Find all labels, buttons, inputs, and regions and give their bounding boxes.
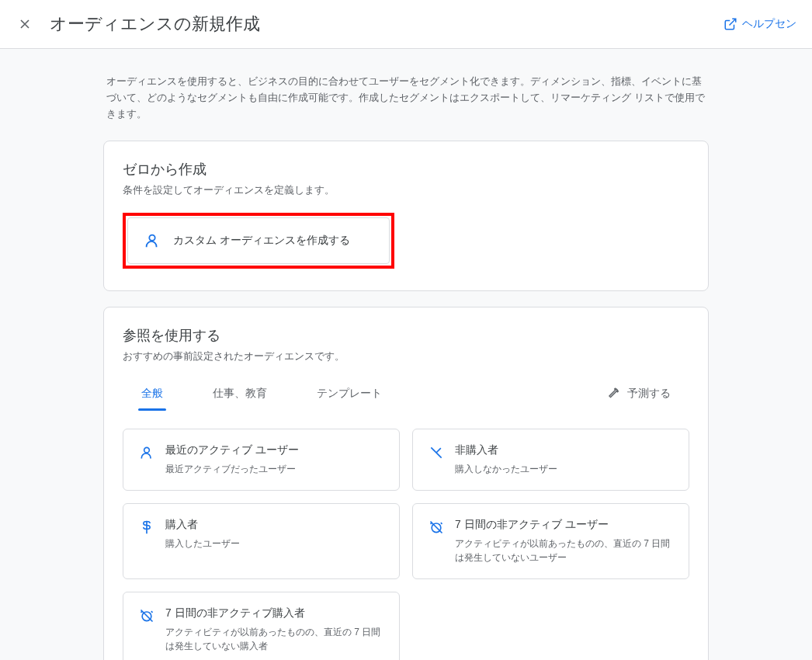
open-in-new-icon [724, 17, 737, 31]
tab-work-education[interactable]: 仕事、教育 [200, 379, 279, 410]
svg-point-0 [149, 235, 154, 241]
tab-template-label: テンプレート [317, 387, 382, 401]
close-button[interactable] [16, 15, 34, 33]
template-desc: 購入したユーザー [165, 537, 383, 551]
template-non-purchasers[interactable]: 非購入者 購入しなかったユーザー [412, 429, 689, 491]
tab-general-label: 全般 [141, 387, 163, 401]
header: オーディエンスの新規作成 ヘルプセン [0, 0, 812, 49]
template-desc: 最近アクティブだったユーザー [165, 462, 383, 476]
help-center-link[interactable]: ヘルプセン [724, 17, 796, 31]
template-purchasers[interactable]: 購入者 購入したユーザー [123, 503, 400, 579]
template-content: 非購入者 購入しなかったユーザー [455, 443, 673, 476]
page-description: オーディエンスを使用すると、ビジネスの目的に合わせてユーザーをセグメント化できま… [103, 74, 709, 122]
template-title: 7 日間の非アクティブ ユーザー [455, 518, 673, 532]
template-content: 7 日間の非アクティブ購入者 アクティビティが以前あったものの、直近の 7 日間… [165, 606, 383, 653]
close-icon [17, 16, 33, 32]
tab-template[interactable]: テンプレート [304, 379, 394, 410]
reference-title: 参照を使用する [123, 326, 689, 345]
template-desc: アクティビティが以前あったものの、直近の 7 日間は発生していないユーザー [455, 537, 673, 564]
template-grid: 最近のアクティブ ユーザー 最近アクティブだったユーザー 非購入者 購入しなかっ… [123, 429, 689, 660]
template-desc: アクティビティが以前あったものの、直近の 7 日間は発生していない購入者 [165, 625, 383, 653]
person-icon [144, 232, 161, 249]
header-left: オーディエンスの新規作成 [16, 12, 260, 36]
svg-point-1 [144, 448, 150, 453]
help-center-label: ヘルプセン [742, 17, 796, 31]
tab-general[interactable]: 全般 [129, 379, 175, 410]
tab-predict-label: 予測する [627, 387, 671, 401]
dollar-icon [139, 518, 154, 564]
magic-wand-icon [607, 387, 621, 401]
template-title: 7 日間の非アクティブ購入者 [165, 606, 383, 620]
alarm-off-icon [139, 606, 154, 653]
reference-card: 参照を使用する おすすめの事前設定されたオーディエンスです。 全般 仕事、教育 … [103, 307, 709, 660]
tabs: 全般 仕事、教育 テンプレート 予測する [123, 379, 689, 410]
template-7day-inactive-purchasers[interactable]: 7 日間の非アクティブ購入者 アクティビティが以前あったものの、直近の 7 日間… [123, 592, 400, 660]
create-custom-audience-button[interactable]: カスタム オーディエンスを作成する [127, 217, 390, 264]
scratch-title: ゼロから作成 [123, 160, 689, 179]
page-title: オーディエンスの新規作成 [50, 12, 260, 36]
template-recent-active-users[interactable]: 最近のアクティブ ユーザー 最近アクティブだったユーザー [123, 429, 400, 491]
non-purchaser-icon [429, 443, 444, 476]
scratch-subtitle: 条件を設定してオーディエンスを定義します。 [123, 183, 689, 197]
tab-work-education-label: 仕事、教育 [213, 387, 267, 401]
template-desc: 購入しなかったユーザー [455, 462, 673, 476]
template-7day-inactive-users[interactable]: 7 日間の非アクティブ ユーザー アクティビティが以前あったものの、直近の 7 … [412, 503, 689, 579]
template-title: 購入者 [165, 518, 383, 532]
reference-subtitle: おすすめの事前設定されたオーディエンスです。 [123, 349, 689, 363]
template-content: 購入者 購入したユーザー [165, 518, 383, 564]
tab-predict[interactable]: 予測する [595, 379, 683, 410]
scratch-card: ゼロから作成 条件を設定してオーディエンスを定義します。 カスタム オーディエン… [103, 141, 709, 291]
person-icon [139, 443, 154, 476]
alarm-off-icon [429, 518, 444, 564]
main-content: オーディエンスを使用すると、ビジネスの目的に合わせてユーザーをセグメント化できま… [103, 49, 709, 660]
template-title: 非購入者 [455, 443, 673, 457]
template-title: 最近のアクティブ ユーザー [165, 443, 383, 457]
template-content: 7 日間の非アクティブ ユーザー アクティビティが以前あったものの、直近の 7 … [455, 518, 673, 564]
highlight-annotation: カスタム オーディエンスを作成する [123, 213, 394, 269]
create-custom-audience-label: カスタム オーディエンスを作成する [173, 234, 350, 248]
template-content: 最近のアクティブ ユーザー 最近アクティブだったユーザー [165, 443, 383, 476]
